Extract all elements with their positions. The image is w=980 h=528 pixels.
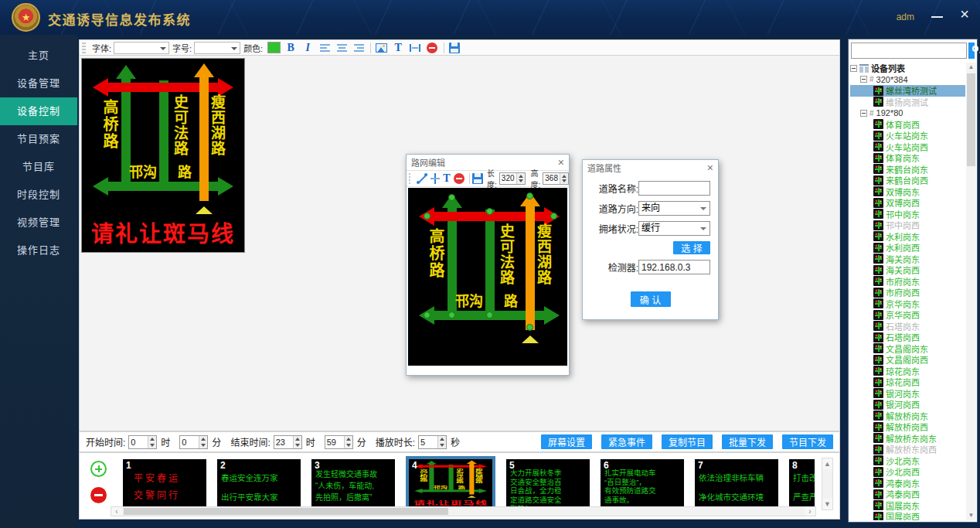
road-direction-select[interactable]: 来向 <box>638 201 710 216</box>
editor-canvas[interactable]: 高桥路 史可法路 瘦西湖路 邗沟 路 <box>408 188 567 366</box>
tree-device-双博岗西[interactable]: 双博岗西 <box>850 197 965 209</box>
tree-device-京华岗西[interactable]: 京华岗西 <box>850 309 965 321</box>
draw-road-button[interactable] <box>430 172 440 186</box>
tree-device-鸿泰岗东[interactable]: 鸿泰岗东 <box>850 478 965 489</box>
time-spinner[interactable]: 0 <box>179 435 208 449</box>
action-button-复制节目[interactable]: 复制节目 <box>662 434 713 449</box>
tree-device-银河岗东[interactable]: 银河岗东 <box>850 388 965 400</box>
time-spinner[interactable]: 23 <box>274 435 302 449</box>
tree-device-鸿泰岗西[interactable]: 鸿泰岗西 <box>850 489 965 500</box>
time-spinner[interactable]: 59 <box>325 435 353 449</box>
selected-playlist-item[interactable]: 高桥路 史可法路 瘦西湖路 邗沟 路 请礼让斑马线 4 <box>406 456 495 510</box>
collapse-icon[interactable] <box>860 110 867 117</box>
playlist-item[interactable]: 高桥路 史可法路 瘦西湖路 邗沟 路 请礼让斑马线 4 <box>409 459 492 507</box>
spin-up-icon[interactable] <box>517 173 525 179</box>
action-button-批量下发[interactable]: 批量下发 <box>722 434 773 449</box>
tree-device-水利岗东[interactable]: 水利岗东 <box>850 231 965 243</box>
tree-device-解放桥岗西[interactable]: 解放桥岗西 <box>850 421 965 433</box>
device-search-button[interactable] <box>968 43 975 59</box>
scroll-down-icon[interactable]: ▼ <box>822 499 832 509</box>
italic-button[interactable]: I <box>301 41 315 54</box>
scroll-right-icon[interactable]: › <box>805 507 815 516</box>
sidebar-item-操作日志[interactable]: 操作日志 <box>0 237 77 264</box>
sidebar-item-主页[interactable]: 主页 <box>0 42 77 70</box>
remove-program-button[interactable] <box>90 487 107 503</box>
tree-device-市府岗东[interactable]: 市府岗东 <box>850 276 965 288</box>
tree-device-海关岗西[interactable]: 海关岗西 <box>850 264 965 276</box>
tree-device-维扬岗测试[interactable]: 维扬岗测试 <box>850 97 965 108</box>
device-search-input[interactable] <box>851 43 967 59</box>
edit-handle[interactable] <box>448 312 455 319</box>
tree-device-解放桥东岗东[interactable]: 解放桥东岗东 <box>850 433 965 445</box>
spin-down-icon[interactable] <box>294 442 301 448</box>
spin-down-icon[interactable] <box>560 179 568 184</box>
add-program-button[interactable] <box>90 461 107 477</box>
save-button[interactable] <box>472 172 483 186</box>
close-icon[interactable]: × <box>960 6 969 22</box>
playlist-item[interactable]: 依法治理非标车辆净化城市交通环境7 <box>695 459 778 507</box>
align-left-button[interactable] <box>318 41 332 54</box>
tree-device-体育岗东[interactable]: 体育岗东 <box>850 152 965 164</box>
sidebar-item-设备管理[interactable]: 设备管理 <box>0 70 77 97</box>
tree-device-解放桥岗东[interactable]: 解放桥岗东 <box>850 410 965 422</box>
tree-device-琼花岗西[interactable]: 琼花岗西 <box>850 376 965 388</box>
spin-up-icon[interactable] <box>148 436 156 442</box>
collapse-icon[interactable] <box>850 65 857 72</box>
tree-device-文昌阁岗东[interactable]: 文昌阁岗东 <box>850 343 965 355</box>
confirm-button[interactable]: 确 认 <box>631 291 671 307</box>
font-size-select[interactable] <box>194 42 240 54</box>
bold-button[interactable]: B <box>284 41 298 54</box>
tree-device-京华岗东[interactable]: 京华岗东 <box>850 298 965 310</box>
playlist-item[interactable]: 春运安全连万家出行平安靠大家2 <box>217 459 301 507</box>
scrollbar-thumb[interactable] <box>124 508 448 515</box>
tree-device-解放桥东岗西[interactable]: 解放桥东岗西 <box>850 444 965 455</box>
edit-handle[interactable] <box>526 192 533 199</box>
tree-device-石塔岗西[interactable]: 石塔岗西 <box>850 332 965 343</box>
align-center-button[interactable] <box>335 41 349 54</box>
color-swatch[interactable] <box>267 42 281 53</box>
delete-button[interactable] <box>425 41 439 54</box>
spin-up-icon[interactable] <box>438 436 446 442</box>
sidebar-item-视频管理[interactable]: 视频管理 <box>0 209 77 237</box>
playlist-item[interactable]: 打击改装“炸街严查严处“机动8 <box>789 459 815 507</box>
spin-up-icon[interactable] <box>560 173 568 179</box>
action-button-紧急事件[interactable]: 紧急事件 <box>601 434 652 449</box>
scroll-left-icon[interactable]: ‹ <box>111 507 122 516</box>
spin-down-icon[interactable] <box>438 442 446 448</box>
close-icon[interactable]: × <box>558 157 564 168</box>
scroll-up-icon[interactable]: ▲ <box>966 63 976 72</box>
sidebar-item-节目库[interactable]: 节目库 <box>0 153 77 181</box>
sidebar-item-时段控制[interactable]: 时段控制 <box>0 181 77 209</box>
tree-device-琼花岗东[interactable]: 琼花岗东 <box>850 366 965 377</box>
tree-device-邗中岗东[interactable]: 邗中岗东 <box>850 209 965 220</box>
spin-down-icon[interactable] <box>199 442 207 448</box>
tree-device-邗中岗西[interactable]: 邗中岗西 <box>850 220 965 231</box>
edit-handle[interactable] <box>526 324 533 331</box>
props-dialog-titlebar[interactable]: 道路属性 × <box>583 160 718 175</box>
tree-device-市府岗西[interactable]: 市府岗西 <box>850 287 965 298</box>
tree-device-螺丝湾桥测试[interactable]: 螺丝湾桥测试 <box>850 85 965 97</box>
tree-scrollbar[interactable]: ▲ ▼ <box>966 63 976 520</box>
action-button-屏幕设置[interactable]: 屏幕设置 <box>541 434 592 449</box>
tree-device-体育岗西[interactable]: 体育岗西 <box>850 119 965 131</box>
spin-up-icon[interactable] <box>345 436 352 442</box>
detector-input[interactable] <box>638 260 710 274</box>
playlist-horizontal-scrollbar[interactable]: ‹ › <box>111 506 816 516</box>
spacing-button[interactable] <box>408 41 422 54</box>
edit-handle[interactable] <box>550 213 557 220</box>
playlist-item[interactable]: 大力开展秋冬季交通安全整治百日会战，全力稳定道路交通安全形势！5 <box>506 459 590 507</box>
playlist-item[interactable]: 发生轻微交通事故“人未伤，车能动,先拍照，后撤离”3 <box>311 459 395 507</box>
scroll-down-icon[interactable]: ▼ <box>966 511 976 520</box>
screen-preview-panel[interactable]: 高桥路 史可法路 瘦西湖路 邗沟 路 请礼让斑马线 <box>81 58 245 253</box>
time-spinner[interactable]: 0 <box>128 435 157 449</box>
save-button[interactable] <box>447 41 461 54</box>
action-button-节目下发[interactable]: 节目下发 <box>782 434 833 449</box>
insert-text-button[interactable]: T <box>391 41 405 54</box>
toolbar-grip[interactable] <box>409 173 410 184</box>
edit-handle[interactable] <box>486 208 493 215</box>
delete-button[interactable] <box>454 172 464 186</box>
height-spinner[interactable]: 368 <box>543 172 569 185</box>
spin-down-icon[interactable] <box>148 442 156 448</box>
font-select[interactable] <box>114 42 169 54</box>
tree-device-文昌阁岗西[interactable]: 文昌阁岗西 <box>850 354 965 366</box>
